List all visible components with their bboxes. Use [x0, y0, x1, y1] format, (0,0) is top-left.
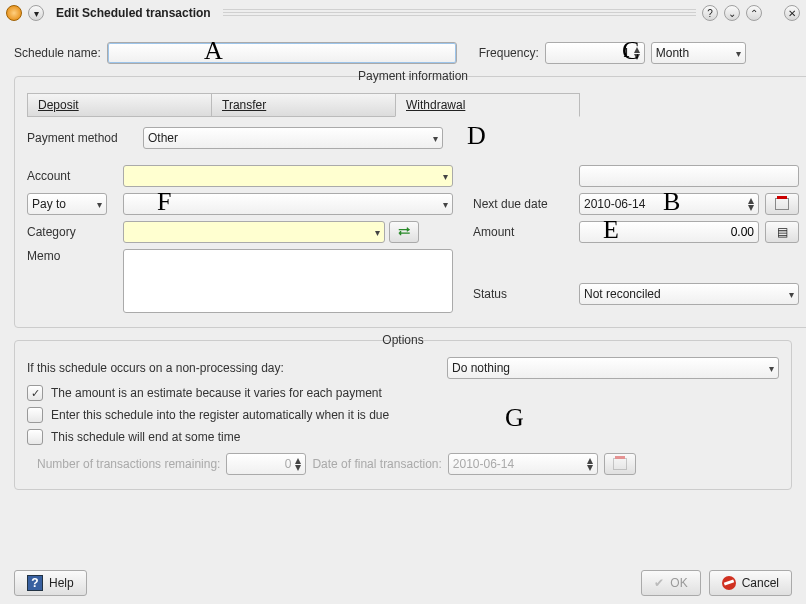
- payto-select[interactable]: ▾: [123, 193, 453, 215]
- chevron-down-icon: ▾: [736, 48, 741, 59]
- estimate-label: The amount is an estimate because it var…: [51, 386, 382, 400]
- memo-label: Memo: [27, 249, 117, 263]
- final-date-label: Date of final transaction:: [312, 457, 441, 471]
- help-icon: ?: [27, 575, 43, 591]
- schedule-name-input[interactable]: [107, 42, 457, 64]
- calendar-icon: [775, 198, 789, 210]
- status-value: Not reconciled: [584, 287, 661, 301]
- split-arrow-icon: ⮂: [398, 225, 410, 239]
- cancel-label: Cancel: [742, 576, 779, 590]
- titlebar-decoration: [223, 9, 696, 17]
- payment-method-value: Other: [148, 131, 178, 145]
- nonproc-value: Do nothing: [452, 361, 510, 375]
- payto-direction-select[interactable]: Pay to ▾: [27, 193, 107, 215]
- auto-checkbox[interactable]: [27, 407, 43, 423]
- help-label: Help: [49, 576, 74, 590]
- frequency-value: 1: [623, 46, 630, 60]
- next-due-date-input[interactable]: 2010-06-14 ▴▾: [579, 193, 759, 215]
- payment-tabs: Deposit Transfer Withdrawal: [27, 93, 799, 117]
- frequency-unit-value: Month: [656, 46, 689, 60]
- close-icon[interactable]: ✕: [784, 5, 800, 21]
- remaining-label: Number of transactions remaining:: [37, 457, 220, 471]
- tab-transfer[interactable]: Transfer: [211, 93, 396, 117]
- end-label: This schedule will end at some time: [51, 430, 240, 444]
- app-icon: [6, 5, 22, 21]
- ok-button: ✔ OK: [641, 570, 700, 596]
- calculator-icon: ▤: [777, 225, 788, 239]
- chevron-down-icon: ▾: [789, 289, 794, 300]
- minimize-icon[interactable]: ⌄: [724, 5, 740, 21]
- status-select[interactable]: Not reconciled ▾: [579, 283, 799, 305]
- final-date-input: 2010-06-14 ▴▾: [448, 453, 598, 475]
- chevron-down-icon: ▾: [375, 227, 380, 238]
- split-button[interactable]: ⮂: [389, 221, 419, 243]
- window-titlebar: ▾ Edit Scheduled transaction ? ⌄ ⌃ ✕: [0, 0, 806, 26]
- check-icon: ✔: [654, 576, 664, 590]
- tab-deposit[interactable]: Deposit: [27, 93, 212, 117]
- final-calendar-button: [604, 453, 636, 475]
- window-title: Edit Scheduled transaction: [56, 6, 211, 20]
- chevron-down-icon: ▾: [769, 363, 774, 374]
- cancel-button[interactable]: Cancel: [709, 570, 792, 596]
- schedule-name-label: Schedule name:: [14, 46, 101, 60]
- category-select[interactable]: ▾: [123, 221, 385, 243]
- chevron-down-icon: ▾: [433, 133, 438, 144]
- help-button[interactable]: ? Help: [14, 570, 87, 596]
- options-section-title: Options: [27, 333, 779, 347]
- final-date-value: 2010-06-14: [453, 457, 514, 471]
- payto-label: Pay to: [32, 197, 66, 211]
- dialog-footer: ? Help ✔ OK Cancel: [14, 570, 792, 596]
- memo-input[interactable]: [123, 249, 453, 313]
- spin-arrows-icon: ▴▾: [634, 46, 640, 60]
- estimate-checkbox[interactable]: ✓: [27, 385, 43, 401]
- ok-label: OK: [670, 576, 687, 590]
- window-menu-icon[interactable]: ▾: [28, 5, 44, 21]
- account-label: Account: [27, 169, 117, 183]
- tab-withdrawal[interactable]: Withdrawal: [395, 93, 580, 117]
- next-due-value: 2010-06-14: [584, 197, 645, 211]
- frequency-label: Frequency:: [479, 46, 539, 60]
- number-input[interactable]: [579, 165, 799, 187]
- frequency-unit-select[interactable]: Month ▾: [651, 42, 746, 64]
- spin-arrows-icon: ▴▾: [295, 457, 301, 471]
- auto-label: Enter this schedule into the register au…: [51, 408, 389, 422]
- help-icon[interactable]: ?: [702, 5, 718, 21]
- payment-section: Payment information Deposit Transfer Wit…: [14, 76, 806, 328]
- amount-label: Amount: [473, 225, 573, 239]
- nonproc-select[interactable]: Do nothing ▾: [447, 357, 779, 379]
- chevron-down-icon: ▾: [443, 199, 448, 210]
- account-select[interactable]: ▾: [123, 165, 453, 187]
- category-label: Category: [27, 225, 117, 239]
- end-checkbox[interactable]: [27, 429, 43, 445]
- status-label: Status: [473, 287, 573, 301]
- calendar-icon: [613, 458, 627, 470]
- amount-input[interactable]: [579, 221, 759, 243]
- options-section: Options If this schedule occurs on a non…: [14, 340, 792, 490]
- remaining-value: 0: [285, 457, 292, 471]
- nonproc-label: If this schedule occurs on a non-process…: [27, 361, 427, 375]
- payment-method-select[interactable]: Other ▾: [143, 127, 443, 149]
- spin-arrows-icon: ▴▾: [748, 197, 754, 211]
- payment-section-title: Payment information: [27, 69, 799, 83]
- payment-method-label: Payment method: [27, 131, 137, 145]
- calculator-button[interactable]: ▤: [765, 221, 799, 243]
- cancel-icon: [722, 576, 736, 590]
- remaining-spin: 0 ▴▾: [226, 453, 306, 475]
- marker-d: D: [467, 121, 486, 151]
- spin-arrows-icon: ▴▾: [587, 457, 593, 471]
- next-due-label: Next due date: [473, 197, 573, 211]
- frequency-spin[interactable]: 1 ▴▾: [545, 42, 645, 64]
- chevron-down-icon: ▾: [97, 199, 102, 210]
- calendar-button[interactable]: [765, 193, 799, 215]
- maximize-icon[interactable]: ⌃: [746, 5, 762, 21]
- chevron-down-icon: ▾: [443, 171, 448, 182]
